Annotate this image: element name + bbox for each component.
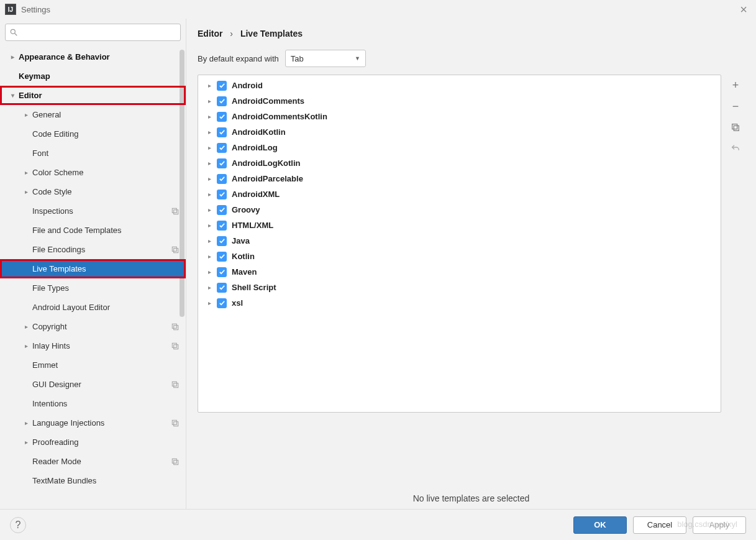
template-group-androidxml[interactable]: ▸AndroidXML bbox=[198, 186, 721, 202]
sidebar-item-code-editing[interactable]: Code Editing bbox=[0, 124, 186, 144]
template-group-androidlogkotlin[interactable]: ▸AndroidLogKotlin bbox=[198, 155, 721, 171]
svg-rect-10 bbox=[172, 382, 176, 386]
svg-rect-9 bbox=[174, 344, 178, 349]
app-icon: IJ bbox=[5, 4, 16, 15]
template-group-html-xml[interactable]: ▸HTML/XML bbox=[198, 217, 721, 233]
apply-button[interactable]: Apply bbox=[693, 516, 746, 534]
close-icon[interactable]: × bbox=[736, 2, 751, 17]
cancel-button[interactable]: Cancel bbox=[633, 516, 686, 534]
template-checkbox[interactable] bbox=[217, 221, 227, 231]
project-scope-icon bbox=[171, 245, 180, 254]
sidebar-item-file-and-code-templates[interactable]: File and Code Templates bbox=[0, 221, 186, 240]
sidebar-item-general[interactable]: ▸General bbox=[0, 105, 186, 124]
window-title: Settings bbox=[21, 5, 50, 14]
sidebar-item-code-style[interactable]: ▸Code Style bbox=[0, 182, 186, 201]
sidebar-item-textmate-bundles[interactable]: TextMate Bundles bbox=[0, 471, 186, 490]
template-group-androidcommentskotlin[interactable]: ▸AndroidCommentsKotlin bbox=[198, 109, 721, 124]
template-checkbox[interactable] bbox=[217, 252, 227, 262]
sidebar-item-label: Copyright bbox=[32, 322, 171, 331]
template-group-label: Java bbox=[232, 236, 250, 245]
project-scope-icon bbox=[171, 342, 180, 350]
sidebar-item-inlay-hints[interactable]: ▸Inlay Hints bbox=[0, 336, 186, 355]
duplicate-button[interactable] bbox=[729, 121, 742, 134]
template-checkbox[interactable] bbox=[217, 143, 227, 153]
template-checkbox[interactable] bbox=[217, 158, 227, 168]
sidebar-item-emmet[interactable]: Emmet bbox=[0, 355, 186, 375]
help-button[interactable]: ? bbox=[10, 517, 26, 533]
chevron-right-icon: ▸ bbox=[22, 169, 30, 176]
chevron-down-icon: ▼ bbox=[355, 55, 360, 62]
sidebar-item-file-encodings[interactable]: File Encodings bbox=[0, 240, 186, 259]
template-list[interactable]: ▸Android▸AndroidComments▸AndroidComments… bbox=[198, 75, 721, 413]
sidebar-item-inspections[interactable]: Inspections bbox=[0, 201, 186, 221]
expand-with-select[interactable]: Tab ▼ bbox=[285, 50, 366, 67]
template-group-xsl[interactable]: ▸xsl bbox=[198, 295, 721, 311]
template-group-label: Shell Script bbox=[232, 283, 276, 292]
template-group-label: Groovy bbox=[232, 205, 260, 214]
sidebar-item-copyright[interactable]: ▸Copyright bbox=[0, 317, 186, 336]
search-input[interactable] bbox=[5, 24, 181, 41]
sidebar-item-keymap[interactable]: Keymap bbox=[0, 66, 186, 86]
template-checkbox[interactable] bbox=[217, 96, 227, 106]
template-group-androidlog[interactable]: ▸AndroidLog bbox=[198, 140, 721, 155]
template-group-androidkotlin[interactable]: ▸AndroidKotlin bbox=[198, 124, 721, 140]
sidebar-item-label: Inspections bbox=[32, 206, 171, 216]
footer: ? OK Cancel Apply bbox=[0, 509, 756, 540]
chevron-right-icon: ▸ bbox=[206, 300, 213, 306]
sidebar-item-appearance-behavior[interactable]: ▸Appearance & Behavior bbox=[0, 47, 186, 66]
sidebar-item-color-scheme[interactable]: ▸Color Scheme bbox=[0, 163, 186, 182]
template-group-shell-script[interactable]: ▸Shell Script bbox=[198, 280, 721, 295]
template-checkbox[interactable] bbox=[217, 190, 227, 199]
sidebar-item-proofreading[interactable]: ▸Proofreading bbox=[0, 432, 186, 452]
template-checkbox[interactable] bbox=[217, 283, 227, 293]
template-group-groovy[interactable]: ▸Groovy bbox=[198, 202, 721, 217]
template-checkbox[interactable] bbox=[217, 81, 227, 91]
sidebar-item-label: Emmet bbox=[32, 360, 180, 370]
sidebar-item-label: Code Editing bbox=[32, 129, 180, 139]
template-group-label: AndroidComments bbox=[232, 96, 304, 106]
template-checkbox[interactable] bbox=[217, 127, 227, 137]
template-group-kotlin[interactable]: ▸Kotlin bbox=[198, 249, 721, 264]
sidebar-item-file-types[interactable]: File Types bbox=[0, 278, 186, 298]
sidebar-item-language-injections[interactable]: ▸Language Injections bbox=[0, 413, 186, 432]
sidebar-item-font[interactable]: Font bbox=[0, 144, 186, 163]
sidebar-item-live-templates[interactable]: Live Templates bbox=[0, 259, 186, 278]
template-checkbox[interactable] bbox=[217, 267, 227, 277]
chevron-right-icon: ▸ bbox=[22, 188, 30, 195]
svg-line-1 bbox=[15, 34, 17, 36]
svg-rect-3 bbox=[174, 209, 178, 214]
chevron-right-icon: ▸ bbox=[206, 268, 213, 275]
add-button[interactable]: + bbox=[729, 78, 742, 92]
template-checkbox[interactable] bbox=[217, 112, 227, 122]
sidebar-item-reader-mode[interactable]: Reader Mode bbox=[0, 452, 186, 471]
svg-rect-16 bbox=[734, 126, 739, 130]
template-group-android[interactable]: ▸Android bbox=[198, 78, 721, 93]
chevron-right-icon: ▸ bbox=[206, 284, 213, 291]
sidebar-item-label: Language Injections bbox=[32, 418, 171, 428]
chevron-right-icon: ▸ bbox=[9, 53, 16, 60]
chevron-right-icon: ▸ bbox=[22, 323, 30, 330]
template-checkbox[interactable] bbox=[217, 174, 227, 184]
chevron-right-icon: ▸ bbox=[206, 253, 213, 260]
sidebar-item-intentions[interactable]: Intentions bbox=[0, 394, 186, 413]
template-checkbox[interactable] bbox=[217, 236, 227, 246]
sidebar-item-label: Inlay Hints bbox=[32, 341, 171, 350]
sidebar-item-editor[interactable]: ▾Editor bbox=[0, 86, 186, 105]
ok-button[interactable]: OK bbox=[573, 516, 627, 534]
sidebar-item-android-layout-editor[interactable]: Android Layout Editor bbox=[0, 298, 186, 317]
template-group-maven[interactable]: ▸Maven bbox=[198, 264, 721, 280]
settings-tree[interactable]: ▸Appearance & BehaviorKeymap▾Editor▸Gene… bbox=[0, 47, 186, 510]
template-checkbox[interactable] bbox=[217, 205, 227, 215]
template-checkbox[interactable] bbox=[217, 298, 227, 308]
chevron-right-icon: ▸ bbox=[206, 144, 213, 151]
template-group-androidparcelable[interactable]: ▸AndroidParcelable bbox=[198, 171, 721, 186]
sidebar-item-gui-designer[interactable]: GUI Designer bbox=[0, 375, 186, 394]
remove-button[interactable]: − bbox=[729, 99, 742, 113]
sidebar-item-label: Appearance & Behavior bbox=[19, 52, 180, 62]
template-group-java[interactable]: ▸Java bbox=[198, 233, 721, 249]
template-group-androidcomments[interactable]: ▸AndroidComments bbox=[198, 93, 721, 109]
revert-button[interactable] bbox=[729, 142, 742, 155]
search-field[interactable] bbox=[20, 28, 176, 37]
chevron-right-icon: ▸ bbox=[22, 439, 30, 446]
chevron-right-icon: ▸ bbox=[206, 175, 213, 182]
